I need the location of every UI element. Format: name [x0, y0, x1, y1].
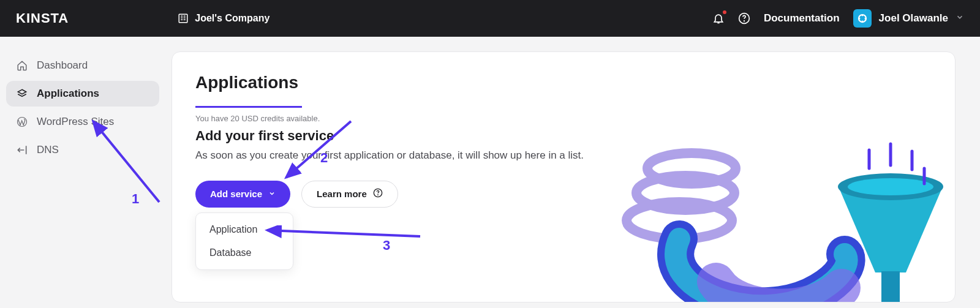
sidebar-item-applications[interactable]: Applications: [6, 81, 159, 107]
sidebar: Dashboard Applications WordPress Sites D…: [0, 37, 165, 308]
svg-rect-12: [881, 271, 900, 302]
svg-point-6: [377, 195, 378, 195]
user-menu[interactable]: Joel Olawanle: [853, 9, 964, 28]
decorative-illustration: [618, 132, 949, 302]
company-name: Joel's Company: [195, 13, 270, 24]
documentation-link[interactable]: Documentation: [764, 12, 840, 24]
notification-dot-icon: [723, 10, 726, 14]
home-icon: [16, 60, 28, 71]
sidebar-item-label: DNS: [37, 144, 59, 156]
svg-point-2: [744, 21, 744, 21]
add-service-button[interactable]: Add service: [195, 181, 290, 208]
learn-more-button[interactable]: Learn more: [301, 181, 398, 208]
sidebar-item-dashboard[interactable]: Dashboard: [6, 53, 159, 78]
section-description: As soon as you create your first applica…: [195, 148, 587, 163]
sidebar-item-dns[interactable]: DNS: [6, 137, 159, 163]
company-switcher[interactable]: Joel's Company: [178, 13, 270, 24]
company-icon: [178, 13, 189, 24]
sidebar-item-label: Dashboard: [37, 59, 88, 72]
dropdown-item-database[interactable]: Database: [196, 241, 293, 265]
sidebar-item-label: WordPress Sites: [37, 116, 114, 128]
svg-point-11: [848, 178, 933, 195]
dropdown-item-application[interactable]: Application: [196, 218, 293, 241]
add-service-label: Add service: [210, 189, 262, 199]
page-title: Applications: [195, 73, 932, 92]
add-service-dropdown: Application Database: [195, 212, 293, 270]
learn-more-label: Learn more: [317, 189, 367, 199]
layers-icon: [16, 88, 28, 99]
chevron-down-icon: [268, 189, 276, 199]
sidebar-item-wordpress[interactable]: WordPress Sites: [6, 109, 159, 135]
top-header: KINSTA Joel's Company Documentation: [0, 0, 980, 37]
dns-icon: [16, 144, 28, 156]
notifications-icon[interactable]: [712, 12, 725, 24]
sidebar-item-label: Applications: [37, 88, 99, 100]
kinsta-logo: KINSTA: [16, 10, 69, 26]
help-icon[interactable]: [738, 12, 750, 24]
svg-rect-0: [179, 14, 188, 23]
main-card: Applications You have 20 USD credits ava…: [172, 51, 956, 302]
help-circle-icon: [373, 188, 383, 200]
avatar: [853, 9, 872, 28]
user-name: Joel Olawanle: [879, 12, 948, 24]
wordpress-icon: [16, 116, 28, 127]
credits-text: You have 20 USD credits available.: [195, 114, 932, 123]
chevron-down-icon: [956, 13, 964, 24]
accent-divider: [195, 106, 302, 108]
